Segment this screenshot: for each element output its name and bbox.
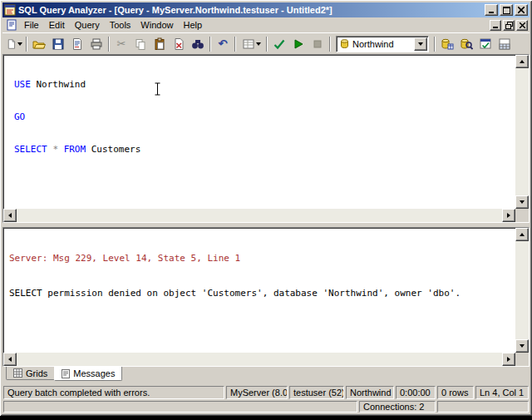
menu-file[interactable]: File	[19, 18, 44, 32]
status-database: Northwind	[346, 386, 394, 399]
save-button[interactable]	[49, 35, 67, 53]
results-horizontal-scrollbar[interactable]	[3, 353, 515, 366]
messages-output[interactable]: Server: Msg 229, Level 14, State 5, Line…	[3, 228, 515, 353]
query-editor[interactable]: USE Northwind GO SELECT * FROM Customers	[3, 55, 515, 209]
message-line: SELECT permission denied on object 'Cust…	[9, 288, 515, 299]
tab-messages[interactable]: Messages	[54, 367, 122, 381]
cut-button[interactable]: ✂	[112, 35, 131, 53]
parse-check-icon	[273, 37, 286, 51]
arrow-left-icon	[8, 213, 12, 218]
undo-icon: ↶	[219, 38, 228, 49]
new-query-button[interactable]	[5, 35, 23, 53]
arrow-right-icon	[507, 357, 510, 362]
editor-horizontal-scrollbar[interactable]	[3, 209, 515, 222]
toolbar-separator	[209, 37, 211, 52]
tab-grids[interactable]: Grids	[6, 367, 55, 380]
menu-window[interactable]: Window	[135, 18, 178, 32]
printer-icon	[90, 37, 103, 51]
database-combo-dropdown-button[interactable]	[414, 37, 427, 51]
minimize-button[interactable]	[485, 4, 498, 16]
arrow-down-icon	[520, 200, 525, 204]
status-exec-time: 0:00:00	[396, 386, 436, 399]
app-status-bar: Connections: 2	[2, 400, 530, 413]
app-icon	[4, 4, 16, 16]
results-vertical-scrollbar[interactable]	[515, 228, 529, 353]
scroll-left-button[interactable]	[3, 353, 17, 366]
paste-button[interactable]	[150, 35, 169, 53]
copy-button[interactable]	[131, 35, 150, 53]
sql-keyword: USE	[14, 79, 31, 90]
tab-messages-label: Messages	[73, 368, 115, 378]
message-page-icon	[62, 369, 70, 378]
code-line: SELECT * FROM Customers	[14, 144, 515, 155]
menu-query[interactable]: Query	[70, 18, 105, 32]
copy-icon	[134, 37, 147, 51]
maximize-button[interactable]	[500, 4, 513, 16]
arrow-left-icon	[8, 357, 12, 362]
toolbar-separator	[108, 37, 110, 52]
toolbar-separator	[266, 37, 268, 52]
toolbar-separator	[26, 37, 27, 52]
results-pane-icon	[498, 37, 511, 51]
arrow-down-icon	[520, 344, 525, 348]
binoculars-icon	[191, 37, 204, 51]
menu-help[interactable]: Help	[178, 18, 207, 32]
undo-button[interactable]: ↶	[214, 35, 232, 53]
database-combo[interactable]: Northwind	[336, 36, 429, 52]
execute-mode-button[interactable]	[239, 35, 264, 53]
execute-query-button[interactable]	[289, 35, 308, 53]
execute-mode-icon	[242, 37, 255, 51]
mdi-restore-button[interactable]	[503, 20, 515, 31]
scroll-down-button[interactable]	[515, 339, 529, 353]
clear-window-button[interactable]	[170, 35, 188, 53]
status-server: MyServer (8.0)	[226, 386, 288, 399]
find-button[interactable]	[189, 35, 207, 53]
results-tabs: Grids Messages	[2, 367, 530, 382]
toolbar-separator	[234, 37, 236, 52]
chevron-down-icon	[418, 42, 423, 46]
scrollbar-corner	[515, 209, 529, 222]
scroll-left-button[interactable]	[3, 209, 17, 222]
menu-edit[interactable]: Edit	[44, 18, 70, 32]
app-status-tail-panel	[437, 401, 529, 413]
scroll-right-button[interactable]	[502, 353, 515, 366]
editor-vertical-scrollbar[interactable]	[515, 55, 529, 209]
object-search-button[interactable]	[457, 35, 475, 53]
code-line: USE Northwind	[14, 79, 515, 90]
close-button[interactable]	[515, 4, 528, 16]
query-status-bar: Query batch completed with errors. MySer…	[2, 385, 530, 400]
status-row-count: 0 rows	[437, 386, 474, 399]
cancel-query-button[interactable]	[308, 35, 327, 53]
scroll-up-button[interactable]	[515, 55, 529, 68]
menu-tools[interactable]: Tools	[105, 18, 136, 32]
results-pane: Server: Msg 229, Level 14, State 5, Line…	[2, 227, 530, 367]
minimize-icon	[488, 7, 495, 13]
connection-properties-icon	[479, 37, 492, 51]
show-results-pane-button[interactable]	[495, 35, 514, 53]
arrow-right-icon	[507, 213, 510, 218]
open-folder-icon	[32, 37, 46, 51]
stop-icon	[311, 37, 324, 51]
status-cursor-position: Ln 4, Col 1	[475, 386, 529, 399]
database-icon	[339, 38, 350, 49]
execute-mode-dropdown-icon	[256, 42, 261, 46]
mdi-close-button[interactable]	[516, 20, 528, 31]
mdi-close-icon	[520, 22, 525, 28]
parse-query-button[interactable]	[270, 35, 288, 53]
current-connection-properties-button[interactable]	[476, 35, 495, 53]
scroll-down-button[interactable]	[515, 195, 529, 209]
tab-grids-label: Grids	[26, 368, 47, 378]
mdi-minimize-button[interactable]	[490, 20, 501, 31]
scrollbar-corner	[515, 353, 529, 366]
status-message: Query batch completed with errors.	[3, 386, 224, 399]
object-browser-button[interactable]	[438, 35, 456, 53]
app-window: SQL Query Analyzer - [Query - MyServer.N…	[0, 0, 532, 416]
menu-bar: File Edit Query Tools Window Help	[2, 17, 530, 32]
load-script-button[interactable]	[30, 35, 48, 53]
insert-template-button[interactable]	[68, 35, 86, 53]
error-message-line: Server: Msg 229, Level 14, State 5, Line…	[9, 253, 515, 264]
print-button[interactable]	[87, 35, 106, 53]
scroll-up-button[interactable]	[515, 228, 529, 241]
scroll-right-button[interactable]	[502, 209, 515, 222]
clear-window-icon	[172, 37, 185, 51]
